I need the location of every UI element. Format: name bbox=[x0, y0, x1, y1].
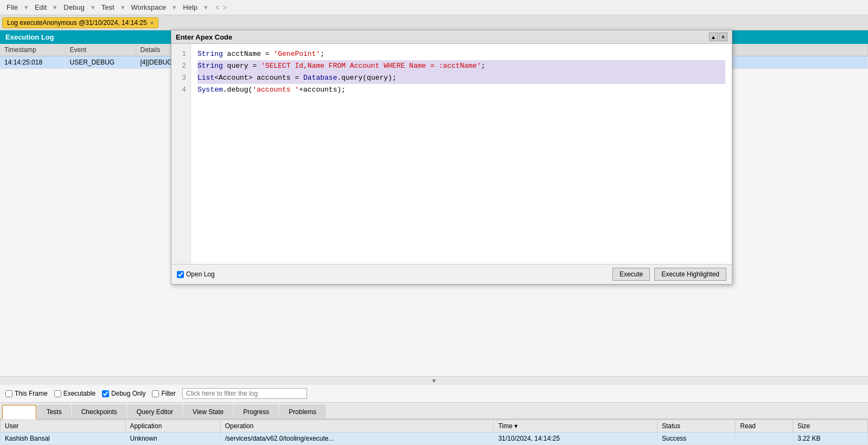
nav-next[interactable]: > bbox=[222, 3, 228, 11]
results-table: User Application Operation Time ▾ Status… bbox=[0, 420, 868, 445]
tab-logs[interactable]: Logs bbox=[2, 405, 36, 420]
tab-query-editor[interactable]: Query Editor bbox=[127, 405, 182, 418]
result-col-status: Status bbox=[658, 420, 736, 433]
tab-problems[interactable]: Problems bbox=[279, 405, 326, 418]
apex-dialog-title-text: Enter Apex Code bbox=[176, 33, 232, 41]
code-line: List<Account> accounts = Database.query(… bbox=[197, 72, 725, 84]
col-timestamp: Timestamp bbox=[0, 44, 65, 56]
filter-label: Filter bbox=[161, 390, 176, 397]
tab-bar: Log executeAnonymous @31/10/2024, 14:14:… bbox=[0, 15, 868, 30]
debug-only-group: Debug Only bbox=[102, 390, 145, 397]
open-tab-execute-anonymous[interactable]: Log executeAnonymous @31/10/2024, 14:14:… bbox=[2, 17, 158, 28]
log-cell-timestamp: 14:14:25:018 bbox=[0, 56, 65, 69]
debug-only-checkbox[interactable] bbox=[102, 390, 109, 397]
code-line: String query = 'SELECT Id,Name FROM Acco… bbox=[197, 60, 725, 72]
this-frame-group: This Frame bbox=[5, 390, 48, 397]
open-log-label: Open Log bbox=[186, 270, 215, 278]
menu-file[interactable]: File bbox=[2, 2, 22, 12]
line-number: 3 bbox=[176, 72, 186, 84]
results-table-row[interactable]: Kashish Bansal Unknown /services/data/v6… bbox=[1, 433, 868, 445]
debug-only-label: Debug Only bbox=[111, 390, 145, 397]
apex-dialog-controls: ▲ × bbox=[709, 33, 727, 41]
menu-help-arrow: ▾ bbox=[203, 3, 209, 11]
result-col-read: Read bbox=[736, 420, 793, 433]
apex-dialog-close-btn[interactable]: × bbox=[719, 33, 727, 41]
tab-view-state[interactable]: View State bbox=[183, 405, 233, 418]
menu-edit[interactable]: Edit bbox=[30, 2, 51, 12]
filter-group: Filter bbox=[152, 390, 176, 397]
result-col-operation: Operation bbox=[220, 420, 494, 433]
result-cell-size: 3.22 KB bbox=[793, 433, 867, 445]
code-editor[interactable]: String acctName = 'GenePoint';String que… bbox=[191, 44, 732, 264]
nav-prev[interactable]: < bbox=[214, 3, 221, 11]
execute-button[interactable]: Execute bbox=[612, 268, 650, 281]
menu-workspace[interactable]: Workspace bbox=[127, 2, 171, 12]
filter-input[interactable] bbox=[182, 388, 307, 399]
open-log-checkbox[interactable] bbox=[177, 271, 184, 278]
line-numbers: 1234 bbox=[171, 44, 191, 264]
result-cell-time: 31/10/2024, 14:14:25 bbox=[494, 433, 658, 445]
result-col-time[interactable]: Time ▾ bbox=[494, 420, 658, 433]
apex-code-area: 1234 String acctName = 'GenePoint';Strin… bbox=[171, 44, 732, 264]
executable-label: Executable bbox=[63, 390, 95, 397]
result-col-user: User bbox=[1, 420, 126, 433]
tab-tests[interactable]: Tests bbox=[37, 405, 71, 418]
open-log-group: Open Log bbox=[177, 270, 215, 278]
executable-group: Executable bbox=[54, 390, 95, 397]
result-col-size: Size bbox=[793, 420, 867, 433]
line-number: 2 bbox=[176, 60, 186, 72]
executable-checkbox[interactable] bbox=[54, 390, 61, 397]
sort-arrow-icon: ▾ bbox=[514, 422, 518, 430]
this-frame-checkbox[interactable] bbox=[5, 390, 12, 397]
result-cell-operation: /services/data/v62.0/tooling/execute... bbox=[220, 433, 494, 445]
scroll-indicator: ▼ bbox=[0, 376, 868, 385]
this-frame-label: This Frame bbox=[15, 390, 48, 397]
close-tab-icon[interactable]: × bbox=[150, 20, 154, 26]
filter-checkbox[interactable] bbox=[152, 390, 159, 397]
execute-highlighted-button[interactable]: Execute Highlighted bbox=[654, 268, 726, 281]
tab-progress[interactable]: Progress bbox=[234, 405, 278, 418]
result-cell-user: Kashish Bansal bbox=[1, 433, 126, 445]
scroll-down-icon[interactable]: ▼ bbox=[431, 378, 437, 384]
menu-workspace-arrow: ▾ bbox=[171, 3, 177, 11]
menu-bar: File ▾ Edit ▾ Debug ▾ Test ▾ Workspace ▾… bbox=[0, 0, 868, 15]
apex-dialog: Enter Apex Code ▲ × 1234 String acctName… bbox=[171, 30, 732, 285]
col-event: Event bbox=[65, 44, 136, 56]
code-line: String acctName = 'GenePoint'; bbox=[197, 48, 725, 60]
menu-test[interactable]: Test bbox=[97, 2, 119, 12]
result-cell-read bbox=[736, 433, 793, 445]
filter-bar: This Frame Executable Debug Only Filter bbox=[0, 385, 868, 403]
line-number: 1 bbox=[176, 48, 186, 60]
apex-dialog-footer: Open Log Execute Execute Highlighted bbox=[171, 264, 732, 284]
result-col-application: Application bbox=[125, 420, 220, 433]
log-cell-event: USER_DEBUG bbox=[65, 56, 136, 69]
menu-edit-arrow: ▾ bbox=[52, 3, 58, 11]
menu-test-arrow: ▾ bbox=[120, 3, 126, 11]
menu-help[interactable]: Help bbox=[178, 2, 202, 12]
apex-dialog-minimize-btn[interactable]: ▲ bbox=[709, 33, 718, 41]
bottom-tabs: Logs Tests Checkpoints Query Editor View… bbox=[0, 403, 868, 420]
menu-debug[interactable]: Debug bbox=[59, 2, 88, 12]
tab-checkpoints[interactable]: Checkpoints bbox=[72, 405, 126, 418]
code-line: System.debug('accounts '+accounts); bbox=[197, 84, 725, 96]
menu-debug-arrow: ▾ bbox=[90, 3, 96, 11]
result-cell-application: Unknown bbox=[125, 433, 220, 445]
apex-dialog-title-bar: Enter Apex Code ▲ × bbox=[171, 30, 732, 44]
results-table-container: User Application Operation Time ▾ Status… bbox=[0, 420, 868, 445]
open-tab-label: Log executeAnonymous @31/10/2024, 14:14:… bbox=[7, 19, 147, 27]
menu-file-arrow: ▾ bbox=[23, 3, 29, 11]
line-number: 4 bbox=[176, 84, 186, 96]
result-cell-status: Success bbox=[658, 433, 736, 445]
